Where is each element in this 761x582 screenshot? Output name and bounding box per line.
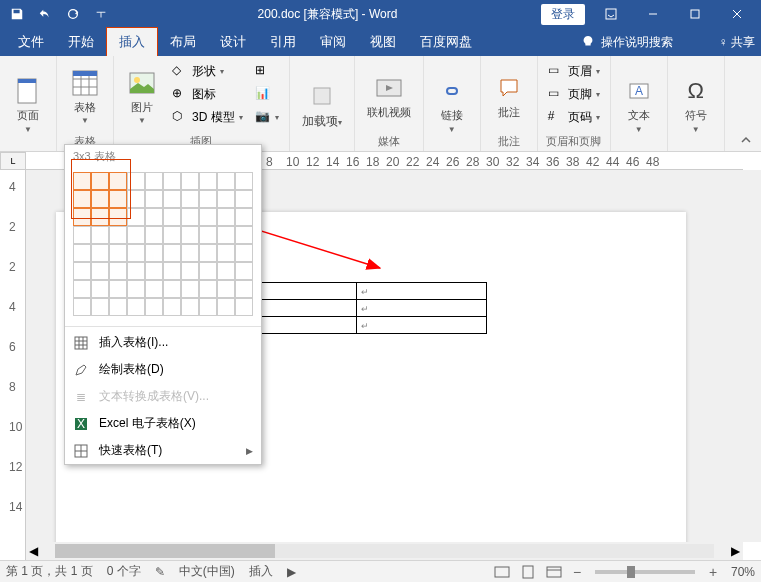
grid-cell[interactable]: [73, 208, 91, 226]
grid-cell[interactable]: [199, 244, 217, 262]
textbox-button[interactable]: A 文本 ▼: [617, 60, 661, 149]
menu-home[interactable]: 开始: [56, 28, 106, 56]
horizontal-scrollbar[interactable]: ◀ ▶: [26, 542, 743, 560]
grid-cell[interactable]: [163, 208, 181, 226]
web-layout-button[interactable]: [543, 563, 565, 581]
grid-cell[interactable]: [163, 280, 181, 298]
vertical-ruler[interactable]: 422468101214: [0, 170, 26, 560]
grid-cell[interactable]: [163, 262, 181, 280]
grid-cell[interactable]: [91, 172, 109, 190]
zoom-in-button[interactable]: +: [705, 564, 721, 580]
grid-cell[interactable]: [109, 262, 127, 280]
grid-cell[interactable]: [181, 280, 199, 298]
grid-cell[interactable]: [163, 244, 181, 262]
grid-cell[interactable]: [127, 244, 145, 262]
share-button[interactable]: ♀ 共享: [719, 34, 755, 51]
pictures-button[interactable]: 图片 ▼: [120, 60, 164, 132]
undo-button[interactable]: [32, 2, 58, 26]
zoom-level[interactable]: 70%: [731, 565, 755, 579]
grid-cell[interactable]: [145, 262, 163, 280]
grid-cell[interactable]: [217, 226, 235, 244]
pages-button[interactable]: 页面 ▼: [6, 60, 50, 149]
grid-cell[interactable]: [127, 298, 145, 316]
grid-cell[interactable]: [91, 298, 109, 316]
symbol-button[interactable]: Ω 符号 ▼: [674, 60, 718, 149]
grid-cell[interactable]: [73, 172, 91, 190]
login-button[interactable]: 登录: [541, 4, 585, 25]
grid-cell[interactable]: [145, 190, 163, 208]
spell-check-icon[interactable]: ✎: [155, 565, 165, 579]
vertical-scrollbar[interactable]: [743, 170, 761, 542]
zoom-slider[interactable]: [595, 570, 695, 574]
grid-cell[interactable]: [145, 172, 163, 190]
grid-cell[interactable]: [181, 226, 199, 244]
grid-cell[interactable]: [109, 280, 127, 298]
grid-cell[interactable]: [217, 280, 235, 298]
grid-cell[interactable]: [73, 262, 91, 280]
grid-cell[interactable]: [91, 244, 109, 262]
redo-button[interactable]: [60, 2, 86, 26]
read-mode-button[interactable]: [491, 563, 513, 581]
ribbon-collapse-button[interactable]: [737, 133, 755, 147]
grid-cell[interactable]: [145, 280, 163, 298]
grid-cell[interactable]: [109, 172, 127, 190]
grid-cell[interactable]: [127, 172, 145, 190]
zoom-out-button[interactable]: −: [569, 564, 585, 580]
grid-cell[interactable]: [217, 262, 235, 280]
grid-cell[interactable]: [181, 208, 199, 226]
grid-cell[interactable]: [235, 190, 253, 208]
grid-cell[interactable]: [199, 262, 217, 280]
ribbon-options-button[interactable]: [591, 0, 631, 28]
chart-button[interactable]: 📊: [251, 83, 283, 105]
grid-cell[interactable]: [109, 190, 127, 208]
close-button[interactable]: [717, 0, 757, 28]
page-indicator[interactable]: 第 1 页，共 1 页: [6, 563, 93, 580]
grid-cell[interactable]: [145, 298, 163, 316]
grid-cell[interactable]: [127, 226, 145, 244]
word-count[interactable]: 0 个字: [107, 563, 141, 580]
grid-cell[interactable]: [163, 172, 181, 190]
grid-cell[interactable]: [181, 190, 199, 208]
menu-review[interactable]: 审阅: [308, 28, 358, 56]
grid-cell[interactable]: [181, 244, 199, 262]
grid-cell[interactable]: [109, 208, 127, 226]
tell-me-search[interactable]: 操作说明搜索: [601, 34, 673, 51]
online-video-button[interactable]: 联机视频: [361, 60, 417, 132]
scroll-left-button[interactable]: ◀: [26, 544, 41, 558]
grid-cell[interactable]: [109, 226, 127, 244]
scroll-thumb[interactable]: [55, 544, 275, 558]
grid-cell[interactable]: [91, 190, 109, 208]
grid-cell[interactable]: [91, 262, 109, 280]
menu-baidu[interactable]: 百度网盘: [408, 28, 484, 56]
menu-design[interactable]: 设计: [208, 28, 258, 56]
grid-cell[interactable]: [235, 172, 253, 190]
menu-view[interactable]: 视图: [358, 28, 408, 56]
smartart-button[interactable]: ⊞: [251, 60, 283, 82]
grid-cell[interactable]: [217, 190, 235, 208]
links-button[interactable]: 链接 ▼: [430, 60, 474, 149]
grid-cell[interactable]: [181, 262, 199, 280]
zoom-thumb[interactable]: [627, 566, 635, 578]
qat-customize[interactable]: [88, 2, 114, 26]
excel-spreadsheet-menu-item[interactable]: X Excel 电子表格(X): [65, 410, 261, 437]
menu-references[interactable]: 引用: [258, 28, 308, 56]
grid-cell[interactable]: [73, 226, 91, 244]
grid-cell[interactable]: [73, 298, 91, 316]
footer-button[interactable]: ▭页脚▾: [544, 83, 604, 105]
grid-cell[interactable]: [91, 226, 109, 244]
icons-button[interactable]: ⊕图标: [168, 83, 247, 105]
grid-cell[interactable]: [73, 190, 91, 208]
scroll-right-button[interactable]: ▶: [728, 544, 743, 558]
grid-cell[interactable]: [145, 208, 163, 226]
grid-cell[interactable]: [235, 262, 253, 280]
language-indicator[interactable]: 中文(中国): [179, 563, 235, 580]
grid-cell[interactable]: [91, 280, 109, 298]
header-button[interactable]: ▭页眉▾: [544, 60, 604, 82]
print-layout-button[interactable]: [517, 563, 539, 581]
grid-cell[interactable]: [91, 208, 109, 226]
grid-cell[interactable]: [163, 226, 181, 244]
grid-cell[interactable]: [127, 208, 145, 226]
grid-cell[interactable]: [217, 172, 235, 190]
addins-button[interactable]: 加载项▾: [296, 60, 348, 149]
grid-cell[interactable]: [235, 226, 253, 244]
